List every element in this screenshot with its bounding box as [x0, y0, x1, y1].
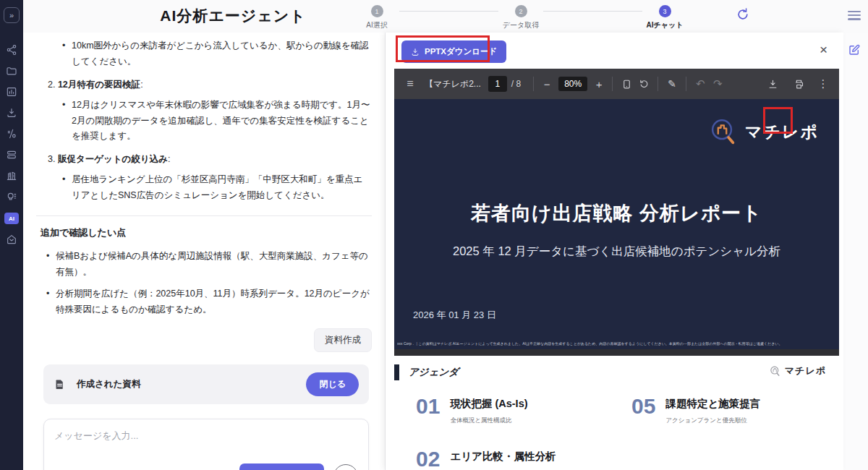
slide-title: 若者向け出店戦略 分析レポート — [394, 200, 839, 226]
pdf-viewer: ≡ 【マチレポ2... 1 / 8 − 80% + ✎ ↶ ↷ — [394, 69, 839, 470]
pdf-download-icon[interactable] — [764, 75, 781, 93]
chart-icon[interactable] — [4, 84, 20, 100]
create-document-button[interactable]: 資料を作成する — [239, 463, 324, 470]
ai-chat-icon[interactable]: AI — [4, 213, 19, 224]
slide-date: 2026 年 01 月 23 日 — [413, 309, 496, 322]
machirepo-logo-icon — [707, 116, 738, 147]
zoom-out-button[interactable]: − — [539, 78, 555, 90]
step-connector — [543, 11, 642, 12]
zoom-level[interactable]: 80% — [558, 77, 587, 91]
ab-test-icon[interactable] — [4, 126, 20, 142]
buildings-icon[interactable] — [4, 168, 20, 184]
toolbar-sidebar-toggle-icon[interactable]: ≡ — [401, 75, 419, 93]
stepper: 1 AI選択 2 データ取得 3 AIチャット — [354, 5, 687, 30]
chat-point-heading: 2. 12月特有の要因検証: — [48, 77, 372, 93]
server-icon[interactable] — [4, 147, 20, 163]
agenda-header: アジェンダ — [409, 366, 459, 379]
page-total: / 8 — [511, 79, 521, 89]
step-ai-select[interactable]: 1 AI選択 — [354, 5, 399, 30]
step-connector — [399, 11, 498, 12]
created-docs-bar: 作成された資料 閉じる — [43, 364, 369, 404]
agenda-item: 01 現状把握 (As-Is) 全体概況と属性構成比 — [416, 396, 528, 425]
print-icon[interactable] — [790, 75, 807, 93]
close-docs-button[interactable]: 閉じる — [306, 372, 359, 396]
agenda-item: 05 課題特定と施策提言 アクションプランと優先順位 — [631, 396, 760, 425]
zoom-in-button[interactable]: + — [591, 78, 607, 90]
pptx-download-button[interactable]: PPTXダウンロード — [401, 40, 506, 63]
refresh-icon[interactable] — [736, 7, 752, 23]
document-icon — [54, 378, 67, 391]
chat-bullet: 12月はクリスマスや年末休暇の影響で広域集客が強まる時期です。1月〜2月の閑散期… — [62, 98, 372, 145]
pdf-toolbar: ≡ 【マチレポ2... 1 / 8 − 80% + ✎ ↶ ↷ — [394, 69, 839, 99]
chat-point-heading: 3. 販促ターゲットの絞り込み: — [48, 152, 372, 168]
folder-icon[interactable] — [4, 63, 20, 79]
rotate-icon[interactable] — [635, 75, 652, 93]
menu-icon[interactable] — [848, 11, 861, 22]
pdf-doc-title: 【マチレポ2... — [425, 78, 481, 90]
redo-icon[interactable]: ↷ — [709, 75, 726, 93]
undo-icon[interactable]: ↶ — [692, 75, 709, 93]
edit-icon[interactable] — [848, 43, 862, 58]
step-ai-chat[interactable]: 3 AIチャット — [642, 5, 687, 30]
brand-logo-small: マチレポ — [769, 364, 826, 377]
slide-agenda: アジェンダ マチレポ 01 現状把握 (As-Is) 全体概況と属性構成比 05 — [394, 356, 839, 470]
share-icon[interactable] — [4, 42, 20, 58]
kebab-menu-icon[interactable]: ⋮ — [814, 75, 832, 93]
brand-logo-text: マチレポ — [745, 121, 819, 143]
slide-subtitle: 2025 年 12 月データに基づく出店候補地のポテンシャル分析 — [394, 244, 839, 260]
download-icon[interactable] — [4, 105, 20, 121]
icon-sidebar: » AI — [0, 0, 23, 470]
step-data-fetch[interactable]: 2 データ取得 — [498, 5, 543, 30]
chat-message: 10km圏外からの来訪者がどこから流入しているか、駅からの動線を確認してください… — [23, 33, 385, 470]
machirepo-logo-icon — [769, 365, 781, 377]
agenda-item: 02 エリア比較・属性分析 — [416, 448, 556, 470]
slide-gap — [394, 349, 839, 356]
download-icon — [411, 48, 420, 56]
app-header: AI分析エージェント 1 AI選択 2 データ取得 3 AIチャット — [23, 0, 868, 33]
idea-icon[interactable] — [4, 189, 20, 205]
page-number-input[interactable]: 1 — [488, 76, 507, 92]
annotate-pen-icon[interactable]: ✎ — [663, 75, 681, 93]
chat-bullet: 10km圏外からの来訪者がどこから流入しているか、駅からの動線を確認してください… — [62, 38, 372, 70]
message-input-card: リクエスト回数：246 / 30000 資料を作成する ↑ — [43, 419, 369, 470]
agenda-header-tab — [394, 364, 399, 380]
brand-logo: マチレポ — [707, 116, 819, 147]
page-title: AI分析エージェント — [88, 6, 378, 26]
created-docs-label: 作成された資料 — [77, 377, 306, 393]
followup-heading: 追加で確認したい点 — [41, 225, 372, 242]
create-doc-button[interactable]: 資料作成 — [314, 328, 372, 352]
divider — [36, 215, 372, 216]
close-icon[interactable]: × — [820, 43, 827, 56]
message-input[interactable] — [54, 430, 358, 441]
chat-bullet: 候補Bおよび候補Aの具体的な周辺施設情報（駅、大型商業施設、カフェ等の有無）。 — [46, 249, 372, 281]
slide-title-page: マチレポ 若者向け出店戦略 分析レポート 2025 年 12 月データに基づく出… — [394, 99, 839, 349]
sidebar-expand-icon[interactable]: » — [4, 7, 20, 23]
slide-fineprint: xxx Corp．｜この資料はマチレポ AIエージェントによって生成されました。… — [397, 341, 838, 346]
chat-bullet: 分析期間を広げた（例：2025年10月、11月）時系列データ。12月のピークが特… — [46, 286, 372, 318]
send-button[interactable]: ↑ — [333, 464, 358, 470]
home-icon[interactable] — [4, 231, 20, 247]
chat-panel: 10km圏外からの来訪者がどこから流入しているか、駅からの動線を確認してください… — [23, 33, 386, 470]
chat-bullet: 居住地ランキング上位の「杉並区高円寺南」「中野区大和町」を重点エリアとしたSNS… — [62, 172, 372, 204]
fit-page-icon[interactable] — [618, 75, 635, 93]
document-viewer-panel: PPTXダウンロード × ≡ 【マチレポ2... 1 / 8 − 80% + ✎… — [386, 33, 843, 470]
